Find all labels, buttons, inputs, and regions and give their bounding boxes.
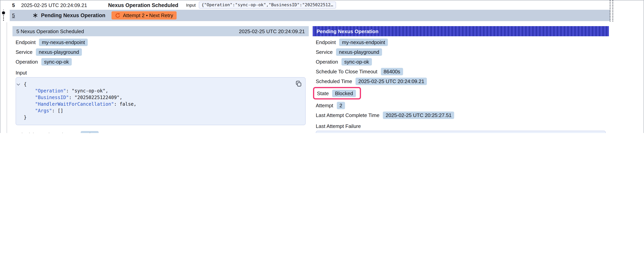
field-value-chip: sync-op-ok xyxy=(41,58,72,65)
event-detail-fields: Schedule To Close Timeout1 dayWorkflow T… xyxy=(12,131,309,133)
field-label: Scheduled Time xyxy=(316,78,352,84)
field-value-chip: 2025-02-25 UTC 20:25:27.51 xyxy=(383,111,454,119)
timeline-dot-icon xyxy=(2,11,5,15)
input-preview-label: Input xyxy=(186,3,196,8)
field-label: Operation xyxy=(16,59,38,65)
field-schedule-to-close-timeout: Schedule To Close Timeout86400s xyxy=(316,68,606,75)
pending-operation-row[interactable]: 5 Pending Nexus Operation Attempt 2 • Ne… xyxy=(10,10,610,21)
pending-event-id-link[interactable]: 5 xyxy=(12,13,15,18)
field-value-chip: 2 xyxy=(337,102,345,109)
code-line: "BusinessID": "20250225122409", xyxy=(16,94,292,101)
event-title: Nexus Operation Scheduled xyxy=(108,2,178,8)
field-label: Endpoint xyxy=(16,39,36,45)
splitter-handle[interactable] xyxy=(610,1,613,22)
field-label: Service xyxy=(16,49,32,55)
field-label: Schedule To Close Timeout xyxy=(16,132,77,133)
pending-operation-fields: Endpointmy-nexus-endpointServicenexus-pl… xyxy=(313,38,609,119)
field-label: Attempt xyxy=(316,102,333,108)
field-value-chip: my-nexus-endpoint xyxy=(339,39,388,46)
event-detail-fields: Endpointmy-nexus-endpointServicenexus-pl… xyxy=(12,38,309,66)
code-line: { xyxy=(16,81,292,88)
field-label: Endpoint xyxy=(316,39,336,45)
field-value-chip: my-nexus-endpoint xyxy=(39,39,88,46)
field-operation: Operationsync-op-ok xyxy=(16,58,306,66)
pending-operation-panel: Pending Nexus Operation Endpointmy-nexus… xyxy=(313,26,609,133)
field-endpoint: Endpointmy-nexus-endpoint xyxy=(316,38,606,46)
retry-attempt-badge: Attempt 2 • Next Retry xyxy=(112,11,177,20)
event-detail-header-title: 5 Nexus Operation Scheduled xyxy=(16,28,84,34)
copy-icon[interactable] xyxy=(296,81,302,87)
field-scheduled-time: Scheduled Time2025-02-25 UTC 20:24:09.21 xyxy=(316,77,606,85)
collapse-chevron-icon[interactable] xyxy=(17,82,20,86)
event-detail-panel: 5 Nexus Operation Scheduled 2025-02-25 U… xyxy=(12,26,309,133)
field-label: Operation xyxy=(316,59,338,65)
code-line: "Args": [] xyxy=(16,108,292,114)
event-summary-row[interactable]: 5 2025-02-25 UTC 20:24:09.21 Nexus Opera… xyxy=(0,1,644,10)
pending-operation-title: Pending Nexus Operation xyxy=(41,13,105,18)
field-last-attempt-complete-time: Last Attempt Complete Time2025-02-25 UTC… xyxy=(316,111,606,119)
field-state: StateBlocked xyxy=(313,87,361,99)
field-schedule-to-close-timeout: Schedule To Close Timeout1 day xyxy=(16,131,306,133)
code-line: } xyxy=(16,114,292,121)
event-id[interactable]: 5 xyxy=(12,2,15,8)
field-value-chip: 2025-02-25 UTC 20:24:09.21 xyxy=(356,77,427,85)
input-preview-chip: {"Operation":"sync-op-ok","BusinessID":"… xyxy=(199,2,336,9)
field-label: Schedule To Close Timeout xyxy=(316,69,377,74)
field-value-chip: Blocked xyxy=(332,90,356,97)
field-value-chip: nexus-playground xyxy=(336,48,382,56)
timeline-connector xyxy=(3,15,4,21)
pending-operation-header: Pending Nexus Operation xyxy=(313,26,609,36)
input-section-label: Input xyxy=(16,70,306,76)
field-value-chip: nexus-playground xyxy=(36,48,82,56)
failure-section-label: Last Attempt Failure xyxy=(316,123,606,129)
json-code: { "Operation": "sync-op-ok", "BusinessID… xyxy=(16,81,292,121)
retry-icon xyxy=(115,13,121,18)
event-detail-header-time: 2025-02-25 UTC 20:24:09.21 xyxy=(239,28,305,34)
failure-json-block: { "message": "handler error (UPSTREAM_TI… xyxy=(316,131,606,133)
input-json-block: { "Operation": "sync-op-ok", "BusinessID… xyxy=(16,77,306,125)
field-label: Service xyxy=(316,49,333,55)
pending-asterisk-icon xyxy=(33,13,38,18)
field-label: Last Attempt Complete Time xyxy=(316,112,380,118)
field-service: Servicenexus-playground xyxy=(16,48,306,56)
field-label: State xyxy=(317,90,329,96)
field-operation: Operationsync-op-ok xyxy=(316,58,606,66)
event-detail-header: 5 Nexus Operation Scheduled 2025-02-25 U… xyxy=(12,26,309,36)
field-attempt: Attempt2 xyxy=(316,101,606,109)
pending-operation-header-title: Pending Nexus Operation xyxy=(316,28,378,34)
event-history-detail-view: 5 2025-02-25 UTC 20:24:09.21 Nexus Opera… xyxy=(0,0,644,133)
field-endpoint: Endpointmy-nexus-endpoint xyxy=(16,38,306,46)
code-line: "HandlerWaitForCancellation": false, xyxy=(16,101,292,108)
field-value-chip: 86400s xyxy=(381,68,403,75)
field-value-chip: 1 day xyxy=(81,131,99,133)
field-service: Servicenexus-playground xyxy=(316,48,606,56)
event-timestamp: 2025-02-25 UTC 20:24:09.21 xyxy=(21,2,87,8)
field-value-chip: sync-op-ok xyxy=(342,58,372,65)
code-line: "Operation": "sync-op-ok", xyxy=(16,88,292,94)
event-detail-panels: 5 Nexus Operation Scheduled 2025-02-25 U… xyxy=(7,22,644,133)
retry-badge-label: Attempt 2 • Next Retry xyxy=(123,13,173,18)
